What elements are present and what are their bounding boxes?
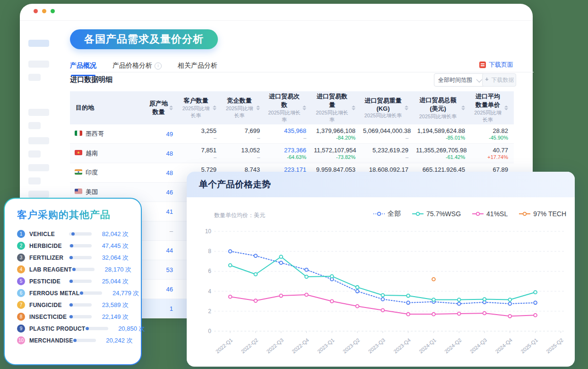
data-cell: 5,232,619.29–: [361, 144, 414, 163]
list-item[interactable]: 8INSECTICIDE22,149 次: [17, 311, 129, 323]
tab-price-analysis[interactable]: 产品价格分析 i: [112, 60, 162, 72]
sort-icon[interactable]: [405, 105, 408, 110]
product-name: MERCHANDISE: [29, 337, 73, 344]
list-item[interactable]: 2HERBICIDE47,445 次: [17, 240, 129, 252]
column-header[interactable]: 进口贸易重量(KG)2025同比增长率: [361, 91, 414, 124]
sort-icon[interactable]: [352, 105, 355, 110]
origin-count-cell[interactable]: 1: [141, 299, 179, 318]
list-item[interactable]: 5PESTICIDE25,044 次: [17, 275, 129, 287]
data-cell: 28.82-45.90%: [471, 124, 514, 144]
download-page-label: 下载页面: [489, 61, 513, 69]
other-products-list: 1VEHICLE82,042 次2HERBICIDE47,445 次3FERTI…: [17, 228, 129, 346]
tab-product-overview[interactable]: 产品概况: [70, 60, 96, 72]
download-data-button[interactable]: 下载数据: [482, 73, 516, 87]
rank-badge: 5: [17, 277, 25, 285]
origin-count-cell[interactable]: 48: [141, 144, 179, 163]
sort-icon[interactable]: [256, 105, 260, 110]
origin-count-cell[interactable]: –: [141, 221, 179, 241]
svg-text:2025-Q1: 2025-Q1: [519, 337, 539, 354]
destination-name: 美国: [86, 188, 98, 196]
column-header[interactable]: 进口贸易次数2025同比增长率: [266, 91, 312, 124]
purchase-count: 32,064 次: [96, 254, 129, 262]
mini-slider[interactable]: [69, 256, 92, 259]
svg-text:2023-Q4: 2023-Q4: [392, 337, 412, 354]
purchase-count: 22,149 次: [96, 313, 129, 321]
column-header-content: 进口贸易重量(KG)2025同比增长率: [363, 97, 408, 119]
destination-cell: 墨西哥: [70, 124, 141, 144]
column-header[interactable]: 原产地数量: [141, 91, 179, 124]
column-header-text: 客户数量2025同比增长率: [181, 97, 211, 119]
origin-count-cell[interactable]: 46: [141, 280, 179, 299]
sort-icon[interactable]: [303, 105, 306, 110]
purchase-count: 23,589 次: [96, 301, 129, 309]
column-header[interactable]: 客户数量2025同比增长率: [179, 91, 222, 124]
slider-dot: [73, 339, 77, 342]
mini-slider[interactable]: [69, 303, 92, 307]
mini-slider[interactable]: [72, 268, 95, 271]
column-header[interactable]: 竞企数量2025同比增长率: [222, 91, 266, 124]
mini-slider[interactable]: [73, 339, 96, 342]
svg-text:2023-Q1: 2023-Q1: [316, 337, 336, 354]
list-item[interactable]: 3FERTILIZER32,064 次: [17, 252, 129, 264]
mini-slider[interactable]: [69, 280, 92, 283]
list-item[interactable]: 6FERROUS METAL24,779 次: [17, 287, 129, 299]
product-name: FERTILIZER: [29, 255, 69, 261]
purchase-count: 28,170 次: [99, 265, 131, 274]
origin-count-cell[interactable]: 44: [141, 241, 179, 260]
download-page-icon: [479, 62, 486, 68]
column-header[interactable]: 进口贸易数量2025同比增长率: [312, 91, 361, 124]
origin-count-cell[interactable]: 53: [141, 260, 179, 280]
data-cell: 3,255–: [179, 124, 222, 144]
origin-count-cell[interactable]: 49: [141, 124, 179, 144]
time-range-select[interactable]: 全部时间范围: [434, 73, 485, 87]
slider-dot: [69, 315, 73, 318]
desktop-background: { "header": { "title": "各国产品需求及量价分析" }, …: [0, 0, 588, 369]
data-cell: 13,052–: [222, 144, 266, 163]
origin-count-cell[interactable]: 48: [141, 163, 179, 183]
page-title: 各国产品需求及量价分析: [70, 29, 218, 49]
mini-slider[interactable]: [79, 291, 102, 295]
list-item[interactable]: 7FUNGICIDE23,589 次: [17, 299, 129, 311]
tab-related-products[interactable]: 相关产品分析: [178, 60, 217, 72]
sort-icon[interactable]: [213, 105, 216, 110]
mini-slider[interactable]: [69, 232, 92, 236]
rank-badge: 9: [17, 325, 25, 333]
column-header[interactable]: 进口平均数量单价2025同比增长率: [471, 91, 514, 124]
column-header-content: 进口贸易数量2025同比增长率: [314, 92, 355, 123]
sort-icon[interactable]: [169, 105, 173, 110]
slider-dot: [72, 268, 76, 271]
country-flag-icon: [75, 189, 82, 194]
sort-icon[interactable]: [504, 105, 508, 110]
mini-slider[interactable]: [69, 315, 92, 318]
minimize-button[interactable]: [42, 9, 46, 13]
sort-icon[interactable]: [461, 105, 465, 110]
column-header[interactable]: 进口贸易总额(美元)2025同比增长率: [414, 91, 471, 124]
purchase-count: 20,850 次: [113, 325, 145, 333]
origin-count-cell[interactable]: 46: [141, 183, 179, 202]
data-cell[interactable]: 435,968–: [266, 124, 312, 144]
slider-dot: [69, 256, 73, 259]
maximize-button[interactable]: [51, 9, 55, 13]
svg-text:2025-Q2: 2025-Q2: [545, 337, 564, 354]
list-item[interactable]: 9PLASTIC PRODUCT20,850 次: [17, 323, 129, 334]
download-page-link[interactable]: 下载页面: [479, 61, 513, 69]
list-item[interactable]: 1VEHICLE82,042 次: [17, 228, 129, 240]
data-cell[interactable]: 273,366-64.63%: [266, 144, 312, 163]
slider-dot: [86, 327, 89, 330]
product-name: FERROUS METAL: [29, 290, 79, 297]
svg-text:2023-Q2: 2023-Q2: [342, 337, 361, 354]
purchase-count: 82,042 次: [96, 230, 129, 238]
info-icon[interactable]: i: [155, 62, 162, 70]
svg-text:8: 8: [208, 248, 211, 255]
trend-line-chart: 02468102022-Q12022-Q22022-Q32022-Q42023-…: [187, 197, 575, 367]
list-item[interactable]: 4LAB REAGENT28,170 次: [17, 264, 129, 275]
data-cell: 1,379,966,108-84.20%: [312, 124, 361, 144]
mini-slider[interactable]: [86, 327, 108, 330]
product-name: PESTICIDE: [29, 278, 69, 285]
origin-count-cell[interactable]: 41: [141, 202, 179, 221]
table-row[interactable]: 越南487,851–13,052–273,366-64.63%11,572,10…: [70, 144, 514, 163]
table-row[interactable]: 墨西哥493,255–7,699–435,968–1,379,966,108-8…: [70, 124, 514, 144]
list-item[interactable]: 10MERCHANDISE20,242 次: [17, 334, 129, 346]
close-button[interactable]: [34, 9, 38, 13]
mini-slider[interactable]: [69, 244, 92, 247]
